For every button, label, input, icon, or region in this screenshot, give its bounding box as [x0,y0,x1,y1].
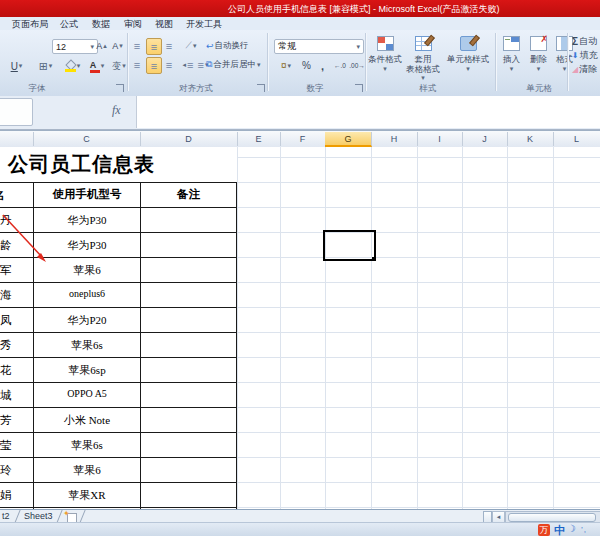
selected-cell[interactable] [323,230,376,261]
align-center-button[interactable]: ≡ [146,57,162,74]
comma-style-button[interactable]: , [316,58,329,73]
name-cell[interactable]: 芳 [0,413,14,428]
remark-cell[interactable] [141,282,237,306]
font-dialog-launcher-icon[interactable] [116,84,124,92]
column-header-D[interactable]: D [140,132,238,146]
cell-styles-button[interactable]: 单元格样式 ▾ [444,36,492,73]
remark-cell[interactable] [141,257,237,281]
merge-center-button[interactable]: ⧉ 合并后居中 ▾ [206,57,270,72]
phone-cell[interactable]: 小米 Note [34,413,140,428]
borders-button[interactable]: ⊞ ▾ [33,58,58,74]
remark-cell[interactable] [141,432,237,456]
tab-page-layout[interactable]: 页面布局 [8,18,52,30]
phone-cell[interactable]: 苹果6s [34,338,140,353]
column-header-K[interactable]: K [507,132,554,146]
align-right-button[interactable]: ≡ [162,57,176,72]
format-as-table-button[interactable]: 套用 表格格式 ▾ [404,36,442,81]
shrink-font-button[interactable]: A▾ [110,39,125,53]
fill-button[interactable]: ⬇ 填充 [572,49,600,62]
column-header-H[interactable]: H [371,132,418,146]
conditional-formatting-button[interactable]: 条件格式 ▾ [368,36,402,73]
column-header-C[interactable]: C [33,132,141,146]
remark-cell[interactable] [141,482,237,506]
formula-input[interactable] [136,96,600,128]
phone-cell[interactable]: OPPO A5 [34,388,140,399]
remark-cell[interactable] [141,382,237,406]
tab-review[interactable]: 审阅 [121,18,145,30]
insert-function-icon[interactable]: fx [112,103,121,118]
column-header-E[interactable]: E [237,132,281,146]
font-size-combo[interactable]: 12 ▾ [52,39,98,54]
insert-cells-button[interactable]: 插入 ▾ [499,36,524,73]
name-cell[interactable]: 凤 [0,313,14,328]
fill-color-button[interactable]: ▾ [60,58,85,74]
decrease-decimal-button[interactable]: .00→ [349,58,365,73]
remark-cell[interactable] [141,307,237,331]
sheet-tab-sheet3[interactable]: Sheet3 [24,511,53,522]
name-cell[interactable]: 海 [0,288,14,303]
table-header-remark[interactable]: 备注 [141,187,236,202]
remark-cell[interactable] [141,407,237,431]
remark-cell[interactable] [141,357,237,381]
font-color-icon: A [90,60,100,72]
ime-punctuation-icon[interactable]: ’, [581,525,587,534]
remark-cell[interactable] [141,207,237,231]
phone-cell[interactable]: 华为P20 [34,313,140,328]
sheet-tab-partial[interactable]: t2 [2,511,10,522]
fill-handle[interactable] [372,257,376,261]
name-cell[interactable]: 花 [0,363,14,378]
ime-chinese-icon[interactable]: 中 [554,523,565,536]
font-color-button[interactable]: A ▾ [86,58,108,74]
align-bottom-button[interactable]: ≡ [162,38,176,53]
phone-cell[interactable]: 苹果6sp [34,363,140,378]
column-header-J[interactable]: J [462,132,508,146]
phone-cell[interactable]: 苹果6s [34,438,140,453]
number-format-combo[interactable]: 常规 ▾ [274,39,364,54]
number-dialog-launcher-icon[interactable] [355,84,363,92]
increase-decimal-button[interactable]: ←.0 [332,58,348,73]
alignment-dialog-launcher-icon[interactable] [257,84,265,92]
phone-cell[interactable]: oneplus6 [34,288,140,299]
name-cell[interactable]: 玲 [0,463,14,478]
name-cell[interactable]: 秀 [0,338,14,353]
align-left-button[interactable]: ≡ [130,57,144,72]
tab-formulas[interactable]: 公式 [57,18,81,30]
ime-fullwidth-moon-icon[interactable]: ☽ [567,523,576,534]
phonetic-guide-button[interactable]: 变 ▾ [109,58,129,74]
table-header-name[interactable]: 名 [0,188,11,203]
insert-worksheet-button[interactable]: ✦ [65,511,77,522]
tab-view[interactable]: 视图 [152,18,176,30]
column-header-I[interactable]: I [417,132,463,146]
align-middle-button[interactable]: ≡ [146,38,162,55]
phone-cell[interactable]: 苹果XR [34,488,140,503]
remark-cell[interactable] [141,332,237,356]
currency-format-button[interactable]: ¤ ▾ [276,58,296,73]
worksheet-grid[interactable]: 公司员工信息表 名 使用手机型号 备注 丹 华为P30 龄 华为P30 [0,147,600,509]
remark-cell[interactable] [141,457,237,481]
align-top-button[interactable]: ≡ [130,38,144,53]
column-header-L[interactable]: L [553,132,600,146]
tab-data[interactable]: 数据 [89,18,113,30]
wrap-text-button[interactable]: ↩ 自动换行 [206,38,264,53]
scrollbar-thumb[interactable] [508,513,596,522]
name-box[interactable] [0,98,33,126]
column-header-G[interactable]: G [325,132,372,147]
clear-button[interactable]: ◢ 清除 [572,63,600,76]
name-cell[interactable]: 莹 [0,438,14,453]
column-header-F[interactable]: F [280,132,326,146]
grow-font-button[interactable]: A▴ [94,39,109,53]
name-cell[interactable]: 城 [0,388,14,403]
decrease-indent-button[interactable]: ◂≡ [181,57,195,72]
autosum-button[interactable]: Σ 自动 [572,35,600,48]
table-header-phone[interactable]: 使用手机型号 [34,187,140,202]
delete-cells-button[interactable]: ✗ 删除 ▾ [526,36,551,73]
tab-developer[interactable]: 开发工具 [183,18,225,30]
remark-cell[interactable] [141,232,237,256]
ime-wan-icon[interactable]: 万 [538,524,550,536]
orientation-button[interactable]: ⟋ ▾ [181,38,201,53]
column-header-partial[interactable] [0,132,34,146]
percent-style-button[interactable]: % [300,58,313,73]
underline-button[interactable]: U ▾ [4,58,29,74]
phone-cell[interactable]: 苹果6 [34,463,140,478]
name-cell[interactable]: 娟 [0,488,14,503]
